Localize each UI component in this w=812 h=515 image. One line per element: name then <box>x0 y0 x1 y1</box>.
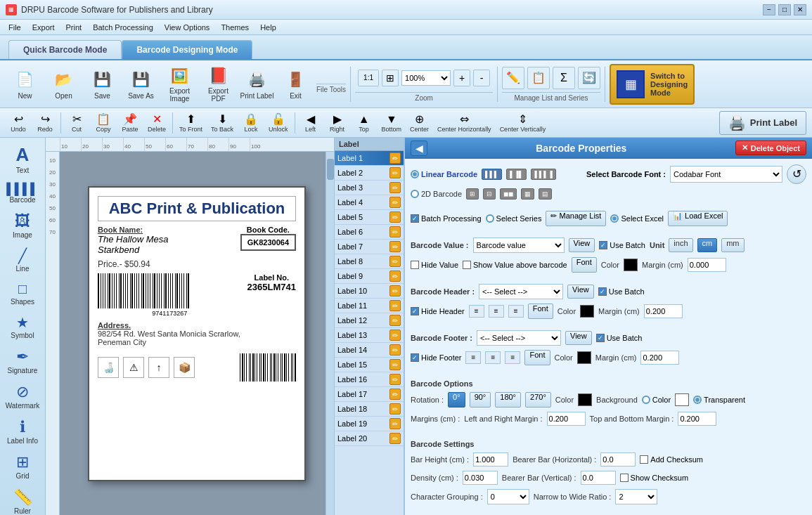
footer-select[interactable]: <-- Select --> <box>477 330 561 346</box>
barcode-value-view-btn[interactable]: View <box>569 238 595 252</box>
label-item-9-edit[interactable]: ✏ <box>389 270 401 282</box>
n2w-select[interactable]: 2 <box>615 489 657 504</box>
save-btn[interactable]: 💾 Save <box>83 64 122 105</box>
barcode-type-2[interactable]: ▌▐▌ <box>506 169 527 180</box>
menu-export[interactable]: Export <box>27 22 60 33</box>
close-btn[interactable]: ✕ <box>794 4 806 15</box>
2d-type-1[interactable]: ⊞ <box>466 188 479 200</box>
sidebar-item-watermark[interactable]: ⊘ Watermark <box>2 379 43 413</box>
menu-view[interactable]: View Options <box>159 22 216 33</box>
value-font-btn[interactable]: Font <box>572 257 597 273</box>
sidebar-item-symbol[interactable]: ★ Symbol <box>2 311 43 343</box>
label-item-12-edit[interactable]: ✏ <box>389 315 401 326</box>
delete-btn[interactable]: ✕ Delete <box>144 110 169 136</box>
reset-btn[interactable]: ↺ <box>787 164 806 184</box>
copy-btn[interactable]: 📋 Copy <box>91 110 116 136</box>
footer-view-btn[interactable]: View <box>565 331 592 345</box>
label-item-13-edit[interactable]: ✏ <box>389 330 401 341</box>
label-item-15[interactable]: Label 15 ✏ <box>335 358 404 372</box>
menu-file[interactable]: File <box>3 22 27 33</box>
label-item-1[interactable]: Label 1 ✏ <box>335 151 404 166</box>
header-select[interactable]: <-- Select --> <box>479 284 563 299</box>
lock-btn[interactable]: 🔒 Lock <box>238 110 264 136</box>
tb-margin-input[interactable] <box>678 412 716 426</box>
transparent-radio[interactable]: Transparent <box>693 396 745 404</box>
label-item-9[interactable]: Label 9 ✏ <box>335 269 404 284</box>
print-label-toolbar-btn[interactable]: 🖨️ Print Label <box>238 64 276 105</box>
sidebar-item-text[interactable]: A Text <box>2 141 43 178</box>
menu-help[interactable]: Help <box>254 22 282 33</box>
2d-type-3[interactable]: ◼◼ <box>500 188 517 200</box>
show-value-above-cb[interactable]: Show Value above barcode <box>463 261 567 269</box>
save-as-btn[interactable]: 💾 Save As <box>122 64 160 105</box>
canvas-content[interactable]: ABC Print & Publication Book Name: The H… <box>60 152 334 515</box>
export-pdf-btn[interactable]: 📕 Export PDF <box>199 64 238 105</box>
2d-type-2[interactable]: ⊟ <box>483 188 496 200</box>
show-checksum-cb[interactable]: Show Checksum <box>620 474 689 482</box>
center-v-btn[interactable]: ⇕ Center Vertically <box>496 110 550 136</box>
zoom-fit-btn[interactable]: ⊞ <box>382 70 399 86</box>
sidebar-item-signature[interactable]: ✒ Signature <box>2 344 43 378</box>
label-item-6[interactable]: Label 6 ✏ <box>335 225 404 240</box>
label-item-6-edit[interactable]: ✏ <box>389 226 401 237</box>
manage-list-btn[interactable]: ✏ Manage List <box>546 211 606 226</box>
paste-btn[interactable]: 📌 Paste <box>117 110 143 136</box>
label-item-14[interactable]: Label 14 ✏ <box>335 343 404 358</box>
center-h-btn[interactable]: ⇔ Center Horizontally <box>434 110 495 136</box>
menu-print[interactable]: Print <box>60 22 88 33</box>
bg-color-swatch[interactable] <box>675 393 689 406</box>
bg-color-radio[interactable]: Color <box>642 396 671 404</box>
manage-btn-2[interactable]: 📋 <box>527 67 550 89</box>
density-input[interactable] <box>463 471 498 485</box>
cut-btn[interactable]: ✂ Cut <box>64 110 89 136</box>
select-excel-radio[interactable]: Select Excel <box>610 214 664 223</box>
add-checksum-cb[interactable]: Add Checksum <box>640 455 703 464</box>
sidebar-item-barcode[interactable]: ▌▌▌▌ Barcode <box>2 179 43 207</box>
label-item-19-edit[interactable]: ✏ <box>389 418 401 429</box>
rotation-180-btn[interactable]: 180° <box>495 392 521 408</box>
footer-font-btn[interactable]: Font <box>524 350 550 365</box>
barcode-type-1[interactable]: ▌▌▌ <box>482 169 502 180</box>
label-item-10[interactable]: Label 10 ✏ <box>335 284 404 299</box>
manage-btn-3[interactable]: Σ <box>553 67 575 89</box>
sidebar-item-ruler[interactable]: 📏 Ruler <box>2 485 43 515</box>
label-item-8[interactable]: Label 8 ✏ <box>335 254 404 269</box>
bearer-v-input[interactable] <box>581 471 616 485</box>
back-btn[interactable]: ◀ <box>411 141 427 156</box>
unlock-btn[interactable]: 🔓 Unlock <box>265 110 292 136</box>
label-item-3[interactable]: Label 3 ✏ <box>335 181 404 195</box>
hide-value-cb[interactable]: Hide Value <box>411 261 458 269</box>
bearer-h-input[interactable] <box>600 452 636 467</box>
header-margin-input[interactable] <box>644 304 683 318</box>
load-excel-btn[interactable]: 📊 Load Excel <box>668 211 728 226</box>
print-label-edit-btn[interactable]: 🖨️ Print Label <box>719 111 806 135</box>
manage-btn-1[interactable]: ✏️ <box>502 67 524 89</box>
label-item-20-edit[interactable]: ✏ <box>389 433 401 444</box>
header-view-btn[interactable]: View <box>567 285 594 299</box>
rotation-90-btn[interactable]: 90° <box>470 392 491 408</box>
value-margin-input[interactable] <box>688 258 726 272</box>
2d-type-4[interactable]: ▦ <box>521 188 534 200</box>
label-item-17-edit[interactable]: ✏ <box>389 389 401 400</box>
zoom-out-btn[interactable]: - <box>473 70 490 86</box>
zoom-select[interactable]: 100% 50% 75% 125% 150% <box>401 70 451 86</box>
menu-themes[interactable]: Themes <box>215 22 254 33</box>
label-item-16-edit[interactable]: ✏ <box>389 374 401 385</box>
zoom-in-btn[interactable]: + <box>453 70 470 86</box>
new-btn[interactable]: 📄 New <box>6 64 44 105</box>
label-item-11[interactable]: Label 11 ✏ <box>335 299 404 313</box>
2d-type-5[interactable]: ▤ <box>539 188 552 200</box>
rotation-0-btn[interactable]: 0° <box>448 392 465 408</box>
tab-designing[interactable]: Barcode Designing Mode <box>122 40 252 59</box>
to-front-btn[interactable]: ⬆ To Front <box>176 110 206 136</box>
footer-color-swatch[interactable] <box>577 351 591 364</box>
sidebar-item-image[interactable]: 🖼 Image <box>2 209 43 242</box>
footer-align-right[interactable]: ≡ <box>505 351 520 364</box>
rotation-color-swatch[interactable] <box>578 393 592 406</box>
footer-align-center[interactable]: ≡ <box>485 351 501 364</box>
sidebar-item-line[interactable]: ╱ Line <box>2 244 43 276</box>
label-item-11-edit[interactable]: ✏ <box>389 300 401 311</box>
unit-mm-btn[interactable]: mm <box>721 238 744 252</box>
sidebar-item-label-info[interactable]: ℹ Label Info <box>2 415 43 448</box>
footer-margin-input[interactable] <box>640 351 679 365</box>
